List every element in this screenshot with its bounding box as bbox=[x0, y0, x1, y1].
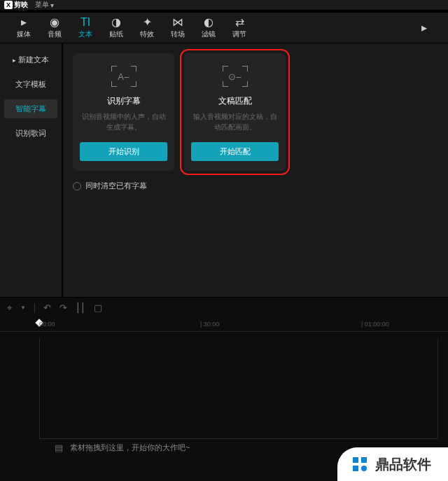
tool-label: 文本 bbox=[78, 29, 92, 39]
sidebar-item-新建文本[interactable]: 新建文本 bbox=[4, 50, 57, 69]
tool-icon: ▸ bbox=[21, 17, 27, 28]
panel-action-button[interactable]: 开始匹配 bbox=[191, 142, 279, 161]
split-icon[interactable]: ⎮⎮ bbox=[76, 302, 85, 313]
ruler-mark: 00:00 bbox=[39, 321, 55, 328]
timeline-controls: ⌖ ▼ ↶ ↷ ⎮⎮ ▢ bbox=[0, 297, 448, 318]
tool-label: 转场 bbox=[171, 29, 185, 39]
sidebar: 新建文本文字模板智能字幕识别歌词 bbox=[0, 43, 63, 297]
pointer-tool-icon[interactable]: ⌖ bbox=[7, 302, 12, 314]
tool-icon: ✦ bbox=[143, 17, 152, 28]
tool-label: 滤镜 bbox=[202, 29, 216, 39]
clear-subtitle-row[interactable]: 同时清空已有字幕 bbox=[73, 181, 438, 191]
svg-rect-2 bbox=[353, 466, 358, 471]
tool-label: 调节 bbox=[232, 29, 246, 39]
delete-icon[interactable]: ▢ bbox=[94, 302, 102, 313]
player-button[interactable]: ▸ bbox=[409, 13, 440, 43]
hint-text: 素材拖拽到这里，开始你的大作吧~ bbox=[70, 442, 190, 453]
tool-icon: TI bbox=[80, 17, 90, 28]
tool-文本[interactable]: TI文本 bbox=[70, 13, 101, 43]
panel-icon: ⊙‒ bbox=[223, 66, 248, 87]
app-logo: X 剪映 bbox=[4, 0, 28, 10]
checkbox-icon[interactable] bbox=[73, 182, 81, 190]
content-area: A‒ 识别字幕 识别音视频中的人声，自动生成字幕。 开始识别 ⊙‒ 文稿匹配 输… bbox=[63, 43, 448, 297]
redo-icon[interactable]: ↷ bbox=[59, 302, 67, 313]
svg-rect-1 bbox=[361, 457, 367, 463]
tool-label: 媒体 bbox=[17, 29, 31, 39]
panel-识别字幕: A‒ 识别字幕 识别音视频中的人声，自动生成字幕。 开始识别 bbox=[73, 53, 174, 171]
logo-icon: X bbox=[4, 1, 13, 9]
tool-调节[interactable]: ⇄调节 bbox=[224, 13, 255, 43]
watermark: 鼎品软件 bbox=[337, 447, 448, 481]
tool-label: 贴纸 bbox=[109, 29, 123, 39]
sidebar-item-智能字幕[interactable]: 智能字幕 bbox=[4, 99, 57, 118]
toolbar-right: ▸ bbox=[409, 13, 440, 43]
title-bar: X 剪映 菜单 ▾ bbox=[0, 0, 448, 10]
sidebar-item-识别歌词[interactable]: 识别歌词 bbox=[4, 124, 57, 143]
panel-desc: 识别音视频中的人声，自动生成字幕。 bbox=[80, 111, 167, 132]
media-icon: ▤ bbox=[55, 442, 63, 453]
tool-icon: ⇄ bbox=[235, 17, 244, 28]
tool-转场[interactable]: ⋈转场 bbox=[162, 13, 193, 43]
panel-icon: A‒ bbox=[111, 66, 136, 87]
svg-rect-3 bbox=[361, 466, 367, 471]
watermark-text: 鼎品软件 bbox=[375, 455, 431, 474]
ruler-mark: | 30:00 bbox=[200, 321, 219, 328]
timeline[interactable]: 00:00| 30:00| 01:00:00 ▤ 素材拖拽到这里，开始你的大作吧… bbox=[0, 318, 448, 467]
chevron-down-icon: ▾ bbox=[50, 1, 54, 9]
panel-title: 文稿匹配 bbox=[218, 95, 252, 107]
time-ruler[interactable]: 00:00| 30:00| 01:00:00 bbox=[0, 318, 448, 332]
sidebar-item-文字模板[interactable]: 文字模板 bbox=[4, 75, 57, 94]
play-icon: ▸ bbox=[421, 22, 427, 34]
tool-icon: ◉ bbox=[50, 17, 59, 28]
panel-文稿匹配: ⊙‒ 文稿匹配 输入音视频对应的文稿，自动匹配画面。 开始匹配 bbox=[184, 53, 286, 171]
undo-icon[interactable]: ↶ bbox=[43, 302, 51, 313]
panel-title: 识别字幕 bbox=[107, 95, 141, 107]
chevron-down-icon[interactable]: ▼ bbox=[20, 305, 26, 311]
panel-action-button[interactable]: 开始识别 bbox=[80, 142, 167, 161]
tool-icon: ◑ bbox=[111, 17, 121, 28]
tool-icon: ◐ bbox=[204, 17, 214, 28]
tool-特效[interactable]: ✦特效 bbox=[132, 13, 162, 43]
track-area[interactable] bbox=[39, 339, 438, 439]
menu-dropdown[interactable]: 菜单 ▾ bbox=[35, 0, 54, 10]
tool-label: 特效 bbox=[140, 29, 154, 39]
tool-媒体[interactable]: ▸媒体 bbox=[8, 13, 39, 43]
panels-row: A‒ 识别字幕 识别音视频中的人声，自动生成字幕。 开始识别 ⊙‒ 文稿匹配 输… bbox=[73, 53, 438, 171]
tool-贴纸[interactable]: ◑贴纸 bbox=[101, 13, 132, 43]
clear-label: 同时清空已有字幕 bbox=[85, 181, 147, 191]
tool-音频[interactable]: ◉音频 bbox=[39, 13, 70, 43]
panel-desc: 输入音视频对应的文稿，自动匹配画面。 bbox=[191, 111, 279, 132]
tool-label: 音频 bbox=[48, 29, 62, 39]
brand-name: 剪映 bbox=[14, 0, 28, 10]
watermark-icon bbox=[350, 454, 370, 474]
tool-icon: ⋈ bbox=[172, 17, 183, 28]
ruler-mark: | 01:00:00 bbox=[361, 321, 389, 328]
tool-滤镜[interactable]: ◐滤镜 bbox=[193, 13, 224, 43]
svg-rect-0 bbox=[353, 457, 358, 463]
workspace: 新建文本文字模板智能字幕识别歌词 A‒ 识别字幕 识别音视频中的人声，自动生成字… bbox=[0, 43, 448, 297]
empty-hint: ▤ 素材拖拽到这里，开始你的大作吧~ bbox=[55, 442, 190, 453]
main-toolbar: ▸媒体◉音频TI文本◑贴纸✦特效⋈转场◐滤镜⇄调节 ▸ bbox=[0, 13, 448, 43]
